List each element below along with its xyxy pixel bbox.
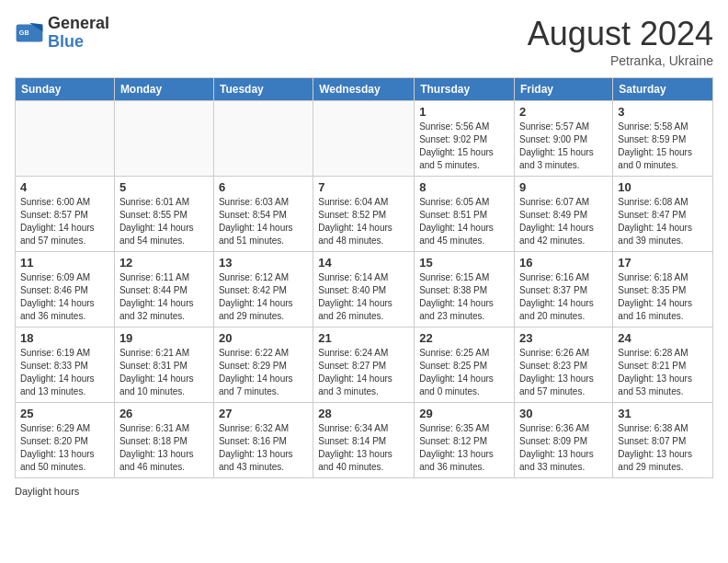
day-cell: 14Sunrise: 6:14 AM Sunset: 8:40 PM Dayli… (313, 252, 415, 327)
day-number: 8 (419, 180, 509, 194)
logo-general: General (48, 15, 109, 33)
day-number: 9 (519, 180, 608, 194)
day-cell: 30Sunrise: 6:36 AM Sunset: 8:09 PM Dayli… (515, 403, 613, 478)
day-info: Sunrise: 6:34 AM Sunset: 8:14 PM Dayligh… (318, 422, 409, 474)
footnote: Daylight hours (15, 486, 713, 497)
header-wednesday: Wednesday (313, 78, 415, 101)
day-number: 20 (219, 331, 308, 345)
day-cell: 16Sunrise: 6:16 AM Sunset: 8:37 PM Dayli… (515, 252, 613, 327)
day-cell: 9Sunrise: 6:07 AM Sunset: 8:49 PM Daylig… (515, 177, 613, 252)
day-info: Sunrise: 6:12 AM Sunset: 8:42 PM Dayligh… (219, 271, 308, 323)
day-number: 5 (119, 180, 209, 194)
day-info: Sunrise: 6:22 AM Sunset: 8:29 PM Dayligh… (219, 347, 308, 398)
day-number: 16 (519, 256, 608, 270)
day-cell: 15Sunrise: 6:15 AM Sunset: 8:38 PM Dayli… (415, 252, 515, 327)
logo-icon: GB (15, 18, 44, 48)
day-number: 25 (20, 407, 109, 420)
week-row-0: 1Sunrise: 5:56 AM Sunset: 9:02 PM Daylig… (16, 101, 713, 177)
day-cell: 24Sunrise: 6:28 AM Sunset: 8:21 PM Dayli… (613, 327, 713, 403)
day-cell: 7Sunrise: 6:04 AM Sunset: 8:52 PM Daylig… (313, 177, 415, 252)
day-number: 29 (419, 407, 509, 420)
day-cell (213, 101, 313, 177)
calendar-header: SundayMondayTuesdayWednesdayThursdayFrid… (16, 78, 713, 101)
logo: GB General Blue (15, 15, 109, 52)
day-cell: 12Sunrise: 6:11 AM Sunset: 8:44 PM Dayli… (114, 252, 213, 327)
header-sunday: Sunday (16, 78, 115, 101)
day-cell: 17Sunrise: 6:18 AM Sunset: 8:35 PM Dayli… (613, 252, 713, 327)
day-number: 28 (318, 407, 409, 420)
day-number: 19 (119, 331, 209, 345)
header-tuesday: Tuesday (213, 78, 313, 101)
title-block: August 2024 Petranka, Ukraine (528, 15, 713, 68)
day-info: Sunrise: 6:28 AM Sunset: 8:21 PM Dayligh… (618, 347, 708, 398)
day-cell: 1Sunrise: 5:56 AM Sunset: 9:02 PM Daylig… (415, 101, 515, 177)
day-info: Sunrise: 6:35 AM Sunset: 8:12 PM Dayligh… (419, 422, 509, 474)
svg-text:GB: GB (19, 28, 29, 36)
location: Petranka, Ukraine (528, 53, 713, 68)
calendar-body: 1Sunrise: 5:56 AM Sunset: 9:02 PM Daylig… (16, 101, 713, 478)
day-cell: 10Sunrise: 6:08 AM Sunset: 8:47 PM Dayli… (613, 177, 713, 252)
day-info: Sunrise: 6:03 AM Sunset: 8:54 PM Dayligh… (219, 196, 308, 247)
day-info: Sunrise: 6:26 AM Sunset: 8:23 PM Dayligh… (519, 347, 608, 398)
day-info: Sunrise: 6:24 AM Sunset: 8:27 PM Dayligh… (318, 347, 409, 398)
day-info: Sunrise: 6:16 AM Sunset: 8:37 PM Dayligh… (519, 271, 608, 323)
day-number: 7 (318, 180, 409, 194)
day-cell: 8Sunrise: 6:05 AM Sunset: 8:51 PM Daylig… (415, 177, 515, 252)
day-info: Sunrise: 6:07 AM Sunset: 8:49 PM Dayligh… (519, 196, 608, 247)
day-number: 4 (20, 180, 109, 194)
day-number: 26 (119, 407, 209, 420)
day-cell: 5Sunrise: 6:01 AM Sunset: 8:55 PM Daylig… (114, 177, 213, 252)
day-info: Sunrise: 5:57 AM Sunset: 9:00 PM Dayligh… (519, 121, 608, 172)
day-cell: 28Sunrise: 6:34 AM Sunset: 8:14 PM Dayli… (313, 403, 415, 478)
day-cell: 4Sunrise: 6:00 AM Sunset: 8:57 PM Daylig… (16, 177, 115, 252)
header-monday: Monday (114, 78, 213, 101)
day-cell (313, 101, 415, 177)
day-number: 17 (618, 256, 708, 270)
day-number: 6 (219, 180, 308, 194)
logo-blue: Blue (48, 33, 109, 52)
day-number: 30 (519, 407, 608, 420)
day-cell: 27Sunrise: 6:32 AM Sunset: 8:16 PM Dayli… (213, 403, 313, 478)
day-info: Sunrise: 6:14 AM Sunset: 8:40 PM Dayligh… (318, 271, 409, 323)
day-number: 22 (419, 331, 509, 345)
day-number: 14 (318, 256, 409, 270)
day-cell: 22Sunrise: 6:25 AM Sunset: 8:25 PM Dayli… (415, 327, 515, 403)
day-cell: 21Sunrise: 6:24 AM Sunset: 8:27 PM Dayli… (313, 327, 415, 403)
day-info: Sunrise: 6:08 AM Sunset: 8:47 PM Dayligh… (618, 196, 708, 247)
month-year: August 2024 (528, 15, 713, 53)
week-row-2: 11Sunrise: 6:09 AM Sunset: 8:46 PM Dayli… (16, 252, 713, 327)
day-cell: 6Sunrise: 6:03 AM Sunset: 8:54 PM Daylig… (213, 177, 313, 252)
day-info: Sunrise: 6:21 AM Sunset: 8:31 PM Dayligh… (119, 347, 209, 398)
day-cell: 13Sunrise: 6:12 AM Sunset: 8:42 PM Dayli… (213, 252, 313, 327)
day-info: Sunrise: 6:19 AM Sunset: 8:33 PM Dayligh… (20, 347, 109, 398)
day-number: 18 (20, 331, 109, 345)
day-number: 21 (318, 331, 409, 345)
day-number: 11 (20, 256, 109, 270)
day-number: 12 (119, 256, 209, 270)
day-cell: 31Sunrise: 6:38 AM Sunset: 8:07 PM Dayli… (613, 403, 713, 478)
day-info: Sunrise: 5:56 AM Sunset: 9:02 PM Dayligh… (419, 121, 509, 172)
day-number: 13 (219, 256, 308, 270)
day-info: Sunrise: 6:09 AM Sunset: 8:46 PM Dayligh… (20, 271, 109, 323)
day-number: 24 (618, 331, 708, 345)
day-number: 23 (519, 331, 608, 345)
header-row: SundayMondayTuesdayWednesdayThursdayFrid… (16, 78, 713, 101)
calendar: SundayMondayTuesdayWednesdayThursdayFrid… (15, 77, 713, 478)
week-row-4: 25Sunrise: 6:29 AM Sunset: 8:20 PM Dayli… (16, 403, 713, 478)
day-info: Sunrise: 6:38 AM Sunset: 8:07 PM Dayligh… (618, 422, 708, 474)
day-cell: 11Sunrise: 6:09 AM Sunset: 8:46 PM Dayli… (16, 252, 115, 327)
day-info: Sunrise: 6:32 AM Sunset: 8:16 PM Dayligh… (219, 422, 308, 474)
day-cell: 3Sunrise: 5:58 AM Sunset: 8:59 PM Daylig… (613, 101, 713, 177)
day-cell: 29Sunrise: 6:35 AM Sunset: 8:12 PM Dayli… (415, 403, 515, 478)
header-saturday: Saturday (613, 78, 713, 101)
day-cell: 23Sunrise: 6:26 AM Sunset: 8:23 PM Dayli… (515, 327, 613, 403)
day-cell: 18Sunrise: 6:19 AM Sunset: 8:33 PM Dayli… (16, 327, 115, 403)
week-row-1: 4Sunrise: 6:00 AM Sunset: 8:57 PM Daylig… (16, 177, 713, 252)
day-number: 3 (618, 105, 708, 119)
day-info: Sunrise: 6:05 AM Sunset: 8:51 PM Dayligh… (419, 196, 509, 247)
day-info: Sunrise: 5:58 AM Sunset: 8:59 PM Dayligh… (618, 121, 708, 172)
day-number: 15 (419, 256, 509, 270)
day-info: Sunrise: 6:29 AM Sunset: 8:20 PM Dayligh… (20, 422, 109, 474)
day-cell (16, 101, 115, 177)
day-number: 10 (618, 180, 708, 194)
